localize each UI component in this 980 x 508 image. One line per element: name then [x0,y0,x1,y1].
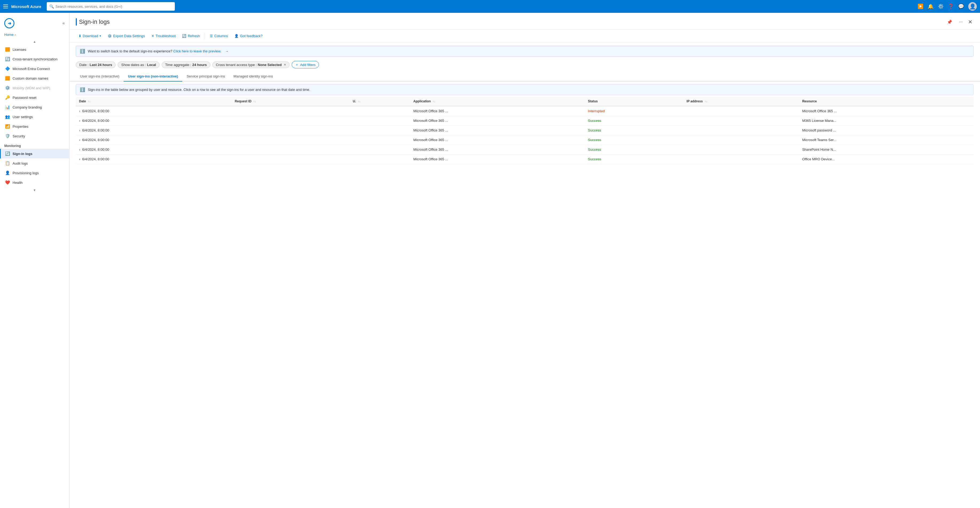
cell-status: Success [585,116,684,126]
app-layout: ➜ « Home › ▲ 🟧 Licenses 🔄 Cross-tenant s… [0,13,980,508]
show-dates-filter-label: Show dates as : [121,63,146,67]
col-resource: Resource [799,97,974,106]
table-info-text: Sign-ins in the table below are grouped … [88,88,310,92]
table-row[interactable]: › 6/4/2024, 8:00:00 Microsoft Office 365… [76,126,974,135]
pin-button[interactable]: 📌 [944,18,955,26]
sidebar-item-sign-in-logs[interactable]: 🔄 Sign-in logs [0,149,69,158]
help-icon[interactable]: ❓ [948,3,954,10]
cross-tenant-filter-chip[interactable]: Cross tenant access type : None Selected… [212,61,290,68]
cell-status: Success [585,135,684,145]
time-aggregate-filter-chip[interactable]: Time aggregate : 24 hours [162,61,210,68]
cell-application: Microsoft Office 365 ... [410,126,585,135]
sidebar-item-security[interactable]: 🛡️ Security [0,131,69,141]
col-request-id[interactable]: Request ID ↑↓ [231,97,350,106]
export-settings-button[interactable]: ⚙️ Export Data Settings [105,32,148,40]
notifications-icon[interactable]: 🔔 [928,3,934,10]
tab-service-principal[interactable]: Service principal sign-ins [182,72,229,81]
user-settings-icon: 👥 [5,114,10,119]
row-expand-icon[interactable]: › [79,119,80,123]
sidebar: ➜ « Home › ▲ 🟧 Licenses 🔄 Cross-tenant s… [0,13,69,508]
table-container[interactable]: Date ↑↓ Request ID ↑↓ U. ↑↓ [69,97,980,508]
sidebar-item-user-settings[interactable]: 👥 User settings [0,112,69,121]
refresh-button[interactable]: 🔄 Refresh [179,32,202,40]
download-dropdown-icon: ▾ [100,34,101,38]
user-sort-icon[interactable]: ↑↓ [358,100,361,103]
sidebar-scroll-area[interactable]: ▲ 🟧 Licenses 🔄 Cross-tenant synchronizat… [0,39,69,508]
download-button[interactable]: ⬇ Download ▾ [76,32,104,40]
sidebar-item-audit-logs[interactable]: 📋 Audit logs [0,158,69,168]
cell-request-id [231,145,350,155]
more-options-button[interactable]: ··· [956,18,965,26]
add-filters-button[interactable]: ＋ Add filters [292,61,319,69]
scroll-up-arrow[interactable]: ▲ [0,39,69,45]
row-expand-icon[interactable]: › [79,138,80,142]
home-link[interactable]: Home [4,33,14,37]
cell-application: Microsoft Office 365 ... [410,135,585,145]
tab-non-interactive[interactable]: User sign-ins (non-interactive) [124,72,182,81]
hamburger-menu[interactable] [3,5,8,8]
row-expand-icon[interactable]: › [79,157,80,161]
breadcrumb-separator: › [15,33,16,37]
tab-managed-identity[interactable]: Managed identity sign-ins [229,72,277,81]
add-filters-label: Add filters [300,63,315,67]
tabs-row: User sign-ins (interactive) User sign-in… [69,72,980,81]
table-row[interactable]: › 6/4/2024, 8:00:00 Microsoft Office 365… [76,145,974,155]
sidebar-item-label: Microsoft Entra Connect [13,67,49,71]
page-title: Sign-in logs [79,18,110,26]
nav-icons: ▶️ 🔔 ⚙️ ❓ 💬 👤 [918,2,977,11]
table-row[interactable]: › 6/4/2024, 8:00:00 Microsoft Office 365… [76,155,974,164]
avatar[interactable]: 👤 [968,2,977,11]
cell-resource: SharePoint Home N... [799,145,974,155]
request-id-sort-icon[interactable]: ↑↓ [253,100,256,103]
row-expand-icon[interactable]: › [79,109,80,113]
cross-tenant-filter-label: Cross tenant access type : [216,63,257,67]
cell-ip-address [684,116,799,126]
cross-tenant-close-icon[interactable]: ✕ [284,63,286,67]
sidebar-item-cross-tenant-sync[interactable]: 🔄 Cross-tenant synchronization [0,54,69,64]
col-ip-address[interactable]: IP address ↑↓ [684,97,799,106]
tab-interactive[interactable]: User sign-ins (interactive) [76,72,124,81]
feedback-icon: 👤 [234,34,239,38]
col-date[interactable]: Date ↑↓ [76,97,231,106]
table-row[interactable]: › 6/4/2024, 8:00:00 Microsoft Office 365… [76,135,974,145]
breadcrumb: Home › [0,32,69,39]
sidebar-item-label: Company branding [13,105,42,109]
columns-button[interactable]: ☰ Columns [207,32,231,40]
sidebar-item-password-reset[interactable]: 🔑 Password reset [0,93,69,102]
sidebar-item-licenses[interactable]: 🟧 Licenses [0,45,69,54]
sidebar-item-ms-entra-connect[interactable]: 🔷 Microsoft Entra Connect [0,64,69,73]
date-sort-icon[interactable]: ↑↓ [88,100,91,103]
close-button[interactable]: ✕ [967,18,974,26]
troubleshoot-button[interactable]: ✕ Troubleshoot [149,32,178,40]
cell-ip-address [684,155,799,164]
row-expand-icon[interactable]: › [79,128,80,132]
feedback-icon[interactable]: 💬 [958,3,964,10]
cell-application: Microsoft Office 365 ... [410,145,585,155]
sidebar-item-company-branding[interactable]: 📊 Company branding [0,102,69,112]
table-row[interactable]: › 6/4/2024, 8:00:00 Microsoft Office 365… [76,106,974,116]
settings-icon[interactable]: ⚙️ [938,3,944,10]
sidebar-item-properties[interactable]: 📶 Properties [0,121,69,131]
sidebar-item-mobility: ⚙️ Mobility (MDM and WIP) [0,83,69,93]
table-row[interactable]: › 6/4/2024, 8:00:00 Microsoft Office 365… [76,116,974,126]
col-application[interactable]: Application ↑↓ [410,97,585,106]
search-bar[interactable]: 🔍 [47,2,175,11]
date-filter-chip[interactable]: Date : Last 24 hours [76,61,116,68]
sidebar-item-provisioning-logs[interactable]: 👤 Provisioning logs [0,168,69,178]
cell-application: Microsoft Office 365 ... [410,155,585,164]
feedback-button[interactable]: 👤 Got feedback? [232,32,265,40]
cell-date: › 6/4/2024, 8:00:00 [76,135,231,145]
scroll-down-arrow[interactable]: ▼ [0,187,69,193]
sidebar-item-health[interactable]: ❤️ Health [0,178,69,187]
sign-in-logs-panel: Sign-in logs 📌 ··· ✕ ⬇ Download ▾ ⚙️ Exp… [69,13,980,508]
ip-sort-icon[interactable]: ↑↓ [705,100,707,103]
search-input[interactable] [56,5,172,8]
col-user[interactable]: U. ↑↓ [350,97,410,106]
terminal-icon[interactable]: ▶️ [918,3,923,10]
row-expand-icon[interactable]: › [79,147,80,152]
leave-preview-link[interactable]: Click here to leave the preview. [173,49,221,53]
show-dates-filter-chip[interactable]: Show dates as : Local [118,61,159,68]
sidebar-item-custom-domain[interactable]: 🟧 Custom domain names [0,73,69,83]
sidebar-collapse-button[interactable]: « [62,21,65,26]
application-sort-icon[interactable]: ↑↓ [433,100,435,103]
